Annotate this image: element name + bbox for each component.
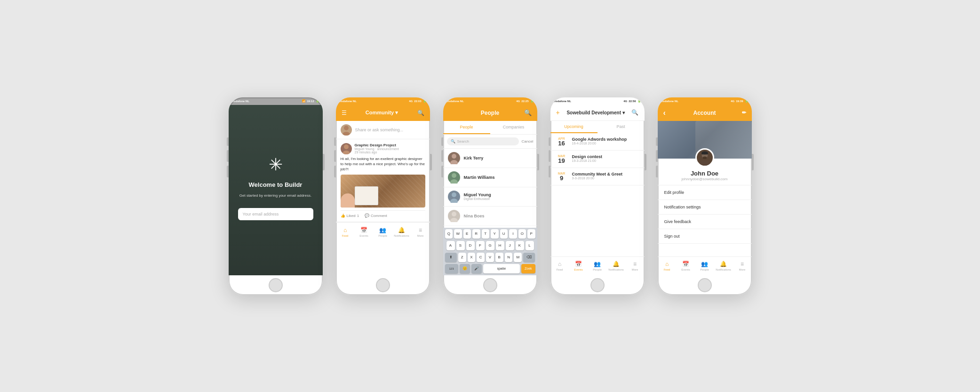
nav4-more[interactable]: ≡ More [626, 257, 645, 275]
key-o[interactable]: O [518, 229, 526, 239]
post-meta: Miguel Young · announcement [355, 147, 425, 151]
key-backspace[interactable]: ⌫ [523, 253, 535, 262]
key-e[interactable]: E [463, 229, 471, 239]
search-icon[interactable]: 🔍 [417, 110, 424, 116]
nav-events[interactable]: 📅 Events [355, 223, 374, 241]
phone2-bottom-nav: ⌂ Feed 📅 Events 👥 People 🔔 Notifications [336, 222, 430, 241]
key-a[interactable]: A [446, 241, 455, 250]
more-icon5: ≡ [741, 261, 744, 267]
tab-companies[interactable]: Companies [490, 121, 537, 134]
post-actions: 👍 Liked 1 💬 Comment [341, 210, 425, 218]
menu-sign-out[interactable]: Sign out [658, 229, 752, 244]
add-event-icon[interactable]: + [556, 109, 560, 116]
key-f[interactable]: F [476, 241, 485, 250]
search-cancel-btn[interactable]: Cancel [522, 139, 534, 144]
nav4-notifications[interactable]: 🔔 Notifications [607, 257, 626, 275]
key-g[interactable]: G [486, 241, 494, 250]
comment-action[interactable]: 💬 Comment [365, 214, 387, 218]
svg-rect-16 [701, 152, 708, 154]
key-n[interactable]: N [505, 253, 513, 262]
account-back-icon[interactable]: ‹ [663, 109, 666, 117]
key-s[interactable]: S [456, 241, 465, 250]
nav-people[interactable]: 👥 People [374, 223, 392, 241]
nav5-events[interactable]: 📅 Events [677, 257, 695, 275]
menu-give-feedback[interactable]: Give feedback [658, 215, 752, 229]
home-button4[interactable] [590, 278, 605, 292]
key-space[interactable]: spatie [483, 264, 520, 273]
event-row-2[interactable]: Mar 19 Design contest 19-3-2018 21:00 [550, 151, 645, 168]
key-shift[interactable]: ⬆ [445, 253, 457, 262]
key-i[interactable]: I [509, 229, 517, 239]
key-x[interactable]: X [468, 253, 476, 262]
tab-past[interactable]: Past [598, 121, 645, 133]
events-search-icon[interactable]: 🔍 [631, 109, 638, 116]
home-button3[interactable] [483, 278, 497, 292]
like-label: Liked [347, 214, 356, 218]
key-mic[interactable]: 🎤 [471, 264, 482, 273]
compose-area[interactable]: Share or ask something... [336, 121, 430, 139]
event-row-3[interactable]: Mar 9 Community Meet & Greet 3-3-2018 20… [550, 168, 645, 185]
key-z[interactable]: Z [458, 253, 466, 262]
person-row-kirk[interactable]: Kirk Terry [443, 149, 537, 168]
key-r[interactable]: R [472, 229, 480, 239]
tab-people[interactable]: People [443, 121, 490, 134]
avatar-nina [448, 210, 460, 222]
nav4-people[interactable]: 👥 People [588, 257, 607, 275]
key-q[interactable]: Q [445, 229, 453, 239]
post-group-name: Graphic Design Project [355, 143, 425, 147]
event-row-1[interactable]: Apr 16 Google Adwords workshop 16-4-2018… [550, 133, 645, 151]
key-b[interactable]: B [495, 253, 503, 262]
menu-notification-settings[interactable]: Notification settings [658, 200, 752, 215]
key-y[interactable]: Y [491, 229, 499, 239]
person-row-martin[interactable]: Martin Williams [443, 168, 537, 187]
sketchbook-decoration [355, 186, 378, 205]
key-search[interactable]: Zoek [521, 264, 535, 273]
account-edit-icon[interactable]: ✏ [742, 110, 746, 116]
filter-icon[interactable]: ☰ [342, 110, 347, 116]
svg-point-17 [702, 156, 707, 159]
nav-more[interactable]: ≡ More [411, 223, 430, 241]
key-v[interactable]: V [486, 253, 494, 262]
nav-feed[interactable]: ⌂ Feed [336, 223, 355, 241]
home-button[interactable] [269, 278, 283, 292]
key-k[interactable]: K [516, 241, 524, 250]
nav5-people[interactable]: 👥 People [695, 257, 714, 275]
key-j[interactable]: J [506, 241, 514, 250]
key-t[interactable]: T [482, 229, 490, 239]
key-l[interactable]: L [526, 241, 534, 250]
power-btn2 [430, 154, 432, 170]
home-button5[interactable] [698, 278, 712, 292]
key-m[interactable]: M [514, 253, 522, 262]
nav4-events[interactable]: 📅 Events [569, 257, 588, 275]
nav-notifications[interactable]: 🔔 Notifications [392, 223, 411, 241]
phone5-carrier: vodafone NL [661, 100, 678, 103]
key-p[interactable]: P [527, 229, 535, 239]
phone2-time: 22:03 [414, 100, 421, 103]
key-u[interactable]: U [500, 229, 508, 239]
menu-edit-profile[interactable]: Edit profile [658, 185, 752, 200]
svg-point-8 [452, 192, 456, 197]
like-action[interactable]: 👍 Liked 1 [341, 214, 359, 218]
key-h[interactable]: H [496, 241, 504, 250]
search-field[interactable]: 🔍 Search [447, 137, 519, 145]
person-row-nina[interactable]: Nina Boes [443, 207, 537, 226]
nav4-feed[interactable]: ⌂ Feed [550, 257, 569, 275]
svg-point-9 [450, 199, 458, 203]
key-c[interactable]: C [477, 253, 485, 262]
person-row-miguel[interactable]: Miguel Young Digital Enthusiast! [443, 187, 537, 207]
key-emoji[interactable]: 😊 [460, 264, 470, 273]
key-num[interactable]: 123 [445, 264, 458, 273]
phone3-battery: 🔋 [530, 99, 534, 103]
nav5-notifications[interactable]: 🔔 Notifications [714, 257, 733, 275]
tab-upcoming[interactable]: Upcoming [550, 121, 598, 133]
phone4-inner: + Sowebuild Development ▾ 🔍 Upcoming Pas… [550, 105, 645, 275]
nav5-more[interactable]: ≡ More [733, 257, 752, 275]
key-w[interactable]: W [454, 229, 462, 239]
phone3-carrier: vodafone NL [447, 100, 464, 103]
email-input[interactable]: Your email address [238, 208, 313, 220]
person-sub-miguel: Digital Enthusiast! [464, 197, 491, 200]
key-d[interactable]: D [466, 241, 475, 250]
home-button2[interactable] [376, 278, 390, 292]
nav5-feed[interactable]: ⌂ Feed [658, 257, 677, 275]
people-search-btn[interactable]: 🔍 [524, 109, 532, 116]
